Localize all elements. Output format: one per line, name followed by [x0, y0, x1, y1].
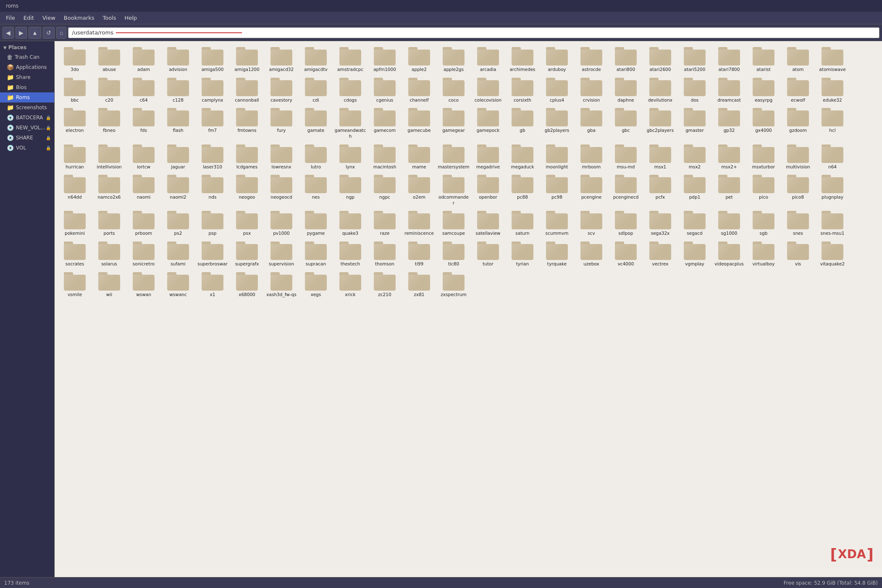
folder-c128[interactable]: c128: [161, 75, 195, 105]
folder-coco[interactable]: coco: [437, 75, 470, 105]
folder-laser310[interactable]: laser310: [196, 142, 229, 172]
sidebar-item-trash-can[interactable]: 🗑 Trash Can: [0, 52, 54, 62]
folder-pcenginecd[interactable]: pcenginecd: [609, 172, 643, 207]
folder-gbc[interactable]: gbc: [609, 105, 643, 141]
folder-flash[interactable]: flash: [161, 105, 195, 141]
folder-segacd[interactable]: segacd: [678, 208, 711, 238]
folder-saturn[interactable]: saturn: [506, 208, 539, 238]
folder-msx1[interactable]: msx1: [643, 142, 677, 172]
sidebar-item-vol[interactable]: 💿 VOL: [0, 143, 54, 153]
folder-pygame[interactable]: pygame: [299, 208, 333, 238]
folder-cdi[interactable]: cdi: [299, 75, 333, 105]
folder-gba[interactable]: gba: [575, 105, 608, 141]
menu-bookmarks[interactable]: Bookmarks: [60, 13, 99, 23]
folder-lutro[interactable]: lutro: [299, 142, 333, 172]
folder-mrboom[interactable]: mrboom: [575, 142, 608, 172]
folder-apfm1000[interactable]: apfm1000: [368, 45, 402, 74]
folder-mame[interactable]: mame: [402, 142, 436, 172]
folder-nes[interactable]: nes: [299, 172, 333, 207]
folder-atarist[interactable]: atarist: [747, 45, 780, 74]
folder-atari7800[interactable]: atari7800: [712, 45, 746, 74]
folder-wswanc[interactable]: wswanc: [161, 270, 195, 299]
menu-file[interactable]: File: [2, 13, 19, 23]
folder-gp32[interactable]: gp32: [712, 105, 746, 141]
folder-neogeocd[interactable]: neogeocd: [265, 172, 298, 207]
folder-atomiswave[interactable]: atomiswave: [816, 45, 849, 74]
folder-hurrican[interactable]: hurrican: [58, 142, 92, 172]
folder-easyrpg[interactable]: easyrpg: [747, 75, 780, 105]
folder-pcengine[interactable]: pcengine: [575, 172, 608, 207]
folder-pc98[interactable]: pc98: [540, 172, 574, 207]
folder-pcfx[interactable]: pcfx: [643, 172, 677, 207]
folder-moonlight[interactable]: moonlight: [540, 142, 574, 172]
folder-hcl[interactable]: hcl: [816, 105, 849, 141]
folder-amiga1200[interactable]: amiga1200: [230, 45, 264, 74]
folder-videopacplus[interactable]: videopacplus: [712, 239, 746, 269]
folder-tyrian[interactable]: tyrian: [506, 239, 539, 269]
folder-cannonball[interactable]: cannonball: [230, 75, 264, 105]
folder-c64[interactable]: c64: [127, 75, 160, 105]
sidebar-item-share[interactable]: 💿 SHARE: [0, 133, 54, 143]
folder-sdlpop[interactable]: sdlpop: [609, 208, 643, 238]
folder-c20[interactable]: c20: [92, 75, 126, 105]
folder-xash3d_fw-qs[interactable]: xash3d_fw-qs: [265, 270, 298, 299]
folder-xrick[interactable]: xrick: [333, 270, 367, 299]
folder-msu-md[interactable]: msu-md: [609, 142, 643, 172]
folder-astrocde[interactable]: astrocde: [575, 45, 608, 74]
folder-camplynx[interactable]: camplynx: [196, 75, 229, 105]
folder-daphne[interactable]: daphne: [609, 75, 643, 105]
folder-ngpc[interactable]: ngpc: [368, 172, 402, 207]
menu-edit[interactable]: Edit: [19, 13, 38, 23]
filebrowser[interactable]: 3doabuseadamadvisionamiga500amiga1200ami…: [55, 41, 882, 577]
up-button[interactable]: ▲: [29, 27, 41, 39]
folder-fbneo[interactable]: fbneo: [92, 105, 126, 141]
folder-scummvm[interactable]: scummvm: [540, 208, 574, 238]
folder-corsixth[interactable]: corsixth: [506, 75, 539, 105]
sidebar-item-batocera[interactable]: 💿 BATOCERA: [0, 113, 54, 123]
sidebar-item-new-vol---[interactable]: 💿 NEW_VOL...: [0, 123, 54, 133]
folder-arcadia[interactable]: arcadia: [471, 45, 505, 74]
folder-sg1000[interactable]: sg1000: [712, 208, 746, 238]
folder-iortcw[interactable]: iortcw: [127, 142, 160, 172]
folder-atom[interactable]: atom: [781, 45, 815, 74]
menu-tools[interactable]: Tools: [98, 13, 120, 23]
folder-lynx[interactable]: lynx: [333, 142, 367, 172]
folder-gamate[interactable]: gamate: [299, 105, 333, 141]
folder-gb[interactable]: gb: [506, 105, 539, 141]
folder-adam[interactable]: adam: [127, 45, 160, 74]
folder-bbc[interactable]: bbc: [58, 75, 92, 105]
folder-pico[interactable]: pico: [747, 172, 780, 207]
folder-fmtowns[interactable]: fmtowns: [230, 105, 264, 141]
sidebar-item-bios[interactable]: 📁 Bios: [0, 82, 54, 92]
folder-gamegear[interactable]: gamegear: [437, 105, 470, 141]
folder-naomi[interactable]: naomi: [127, 172, 160, 207]
folder-sega32x[interactable]: sega32x: [643, 208, 677, 238]
menu-help[interactable]: Help: [120, 13, 141, 23]
folder-ti99[interactable]: ti99: [402, 239, 436, 269]
folder-odcommander[interactable]: odcommander: [437, 172, 470, 207]
folder-crvision[interactable]: crvision: [575, 75, 608, 105]
folder-pdp1[interactable]: pdp1: [678, 172, 711, 207]
folder-fm7[interactable]: fm7: [196, 105, 229, 141]
folder-colecovision[interactable]: colecovision: [471, 75, 505, 105]
folder-x68000[interactable]: x68000: [230, 270, 264, 299]
folder-socrates[interactable]: socrates: [58, 239, 92, 269]
folder-nds[interactable]: nds: [196, 172, 229, 207]
folder-cgenius[interactable]: cgenius: [368, 75, 402, 105]
folder-virtualboy[interactable]: virtualboy: [747, 239, 780, 269]
folder-msx2+[interactable]: msx2+: [712, 142, 746, 172]
folder-intellivision[interactable]: intellivision: [92, 142, 126, 172]
folder-pet[interactable]: pet: [712, 172, 746, 207]
folder-sufami[interactable]: sufami: [161, 239, 195, 269]
folder-superbroswar[interactable]: superbroswar: [196, 239, 229, 269]
folder-multivision[interactable]: multivision: [781, 142, 815, 172]
folder-solarus[interactable]: solarus: [92, 239, 126, 269]
folder-x1[interactable]: x1: [196, 270, 229, 299]
folder-3do[interactable]: 3do: [58, 45, 92, 74]
folder-supervision[interactable]: supervision: [265, 239, 298, 269]
folder-apple2gs[interactable]: apple2gs: [437, 45, 470, 74]
folder-cplus4[interactable]: cplus4: [540, 75, 574, 105]
folder-psx[interactable]: psx: [230, 208, 264, 238]
folder-cavestory[interactable]: cavestory: [265, 75, 298, 105]
folder-pv1000[interactable]: pv1000: [265, 208, 298, 238]
